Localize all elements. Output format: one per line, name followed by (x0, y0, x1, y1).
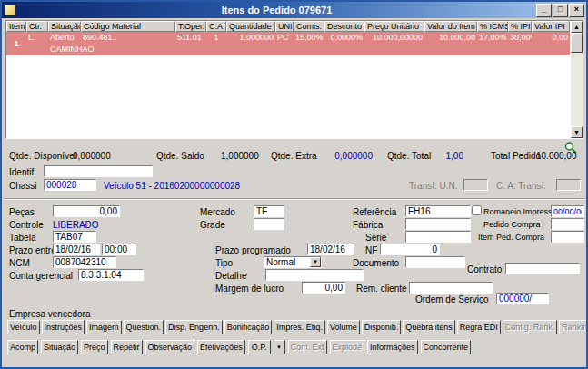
prazo-entrega-time-input[interactable] (102, 244, 136, 255)
tabela-label: Tabela (9, 233, 35, 243)
scroll-down-icon[interactable]: ▼ (571, 126, 583, 138)
column-header-ctr[interactable]: Ctr. (26, 21, 48, 32)
column-header-quantidade[interactable]: Quantidade (226, 21, 275, 32)
minimize-button[interactable]: _ (536, 4, 552, 17)
contrato-input[interactable] (505, 263, 580, 274)
prazo-entrega-date-input[interactable] (53, 244, 100, 255)
acomp-button[interactable]: Acomp (7, 340, 38, 354)
maximize-button[interactable]: □ (553, 4, 568, 17)
section-divider (4, 198, 584, 200)
regra-edi-button[interactable]: Regra EDI (457, 320, 501, 334)
repetir-button[interactable]: Repetir (111, 340, 143, 354)
margem-lucro-input[interactable] (302, 282, 345, 294)
ordem-servico-input[interactable] (496, 293, 549, 304)
romaneio-impresso-checkbox[interactable] (472, 205, 482, 215)
disponib-button[interactable]: Disponib. (362, 320, 402, 334)
column-header-situacao[interactable]: Situação (48, 21, 81, 32)
romaneio-impresso-label: Romaneio Impresso (483, 207, 557, 216)
window: Itens do Pedido 079671 _ □ × Item Ctr. S… (0, 0, 588, 369)
scroll-up-icon[interactable]: ▲ (571, 21, 583, 33)
qtde-extra-label: Qtde. Extra (271, 151, 317, 161)
qtde-saldo-label: Qtde. Saldo (156, 151, 204, 161)
informacoes-button[interactable]: Informações (367, 340, 418, 354)
disp-engenh-button[interactable]: Disp. Engenh. (165, 320, 223, 334)
grade-input[interactable] (254, 218, 284, 230)
veiculo-button[interactable]: Veículo (7, 320, 40, 334)
qtde-extra-value: 0,000000 (327, 151, 373, 161)
chassi-info-text: Veículo 51 - 20160200000000028 (104, 181, 240, 191)
prazo-programado-input[interactable] (307, 244, 354, 255)
cell-descricao: CAMINHAO (48, 44, 230, 55)
column-header-item[interactable]: Item (6, 21, 26, 32)
column-header-ipi[interactable]: % IPI (508, 21, 532, 32)
close-button[interactable]: × (569, 4, 584, 17)
empresa-vencedora-label: Empresa vencedora (9, 309, 91, 319)
item-ped-compra-label: Item Ped. Compra (478, 233, 544, 242)
margem-lucro-label: Margem de lucro (215, 284, 284, 294)
observacao-button[interactable]: Observação (145, 340, 195, 354)
cell-icms: 17,00% (477, 32, 508, 44)
column-header-valor-ipi[interactable]: Valor IPI (532, 21, 570, 32)
selected-item-row[interactable]: 1 L. Aberto 890.481.. 511.01 1 1,000000 … (6, 32, 570, 55)
ca-transf-label: C. A. Transf. (496, 181, 546, 191)
fabrica-input[interactable] (405, 218, 471, 230)
cell-t-oper: 511.01 (175, 32, 206, 44)
bonificacao-button[interactable]: Bonificação (224, 320, 273, 334)
tabela-input[interactable] (53, 231, 96, 243)
identif-input[interactable] (44, 165, 153, 177)
preco-button[interactable]: Preço (81, 340, 108, 354)
column-header-ca[interactable]: C.A. (206, 21, 226, 32)
rem-cliente-input[interactable] (409, 282, 493, 294)
efetivacoes-button[interactable]: Efetivações (197, 340, 245, 354)
column-header-t-oper[interactable]: T.Oper. (175, 21, 206, 32)
op-button[interactable]: O.P. (248, 340, 271, 354)
mercado-input[interactable] (254, 205, 284, 217)
quebra-itens-button[interactable]: Quebra itens (403, 320, 455, 334)
romaneio-impresso-date-input[interactable] (551, 205, 584, 217)
title-bar[interactable]: Itens do Pedido 079671 _ □ × (2, 2, 586, 18)
nf-input[interactable] (380, 244, 440, 255)
grid-vertical-scrollbar[interactable]: ▲ ▼ (571, 21, 583, 138)
op-dropdown-arrow-icon[interactable]: ▼ (274, 340, 285, 354)
item-ped-compra-input[interactable] (551, 231, 584, 243)
explode-button: Explode (330, 340, 365, 354)
chassi-label: Chassi (9, 181, 37, 191)
concorrente-button[interactable]: Concorrente (421, 340, 472, 354)
chassi-input[interactable] (44, 179, 96, 191)
column-header-uni[interactable]: UNI (275, 21, 294, 32)
instrucoes-button[interactable]: Instruções (42, 320, 85, 334)
dropdown-arrow-icon[interactable]: ▼ (310, 257, 321, 267)
total-pedido-label: Total Pedido (491, 151, 541, 161)
imagem-button[interactable]: Imagem (86, 320, 122, 334)
situacao-button[interactable]: Situação (41, 340, 78, 354)
ordem-servico-label: Ordem de Serviço (415, 294, 489, 304)
transf-un-input (463, 179, 488, 191)
pedido-compra-input[interactable] (551, 218, 584, 230)
column-header-desconto[interactable]: Desconto (324, 21, 364, 32)
qtde-saldo-value: 1,000000 (221, 151, 259, 161)
referencia-input[interactable] (405, 205, 471, 217)
tipo-select[interactable]: Normal ▼ (264, 256, 322, 268)
impres-etiq-button[interactable]: Impres. Etiq. (274, 320, 325, 334)
detalhe-label: Detalhe (215, 271, 246, 281)
cell-item: 1 (6, 32, 26, 55)
detalhe-input[interactable] (265, 269, 364, 281)
column-header-codigo-material[interactable]: Código Material (81, 21, 175, 32)
window-title: Itens do Pedido 079671 (18, 5, 535, 15)
question-button[interactable]: Question. (124, 320, 164, 334)
rem-cliente-label: Rem. cliente (356, 284, 407, 294)
column-header-valor-do-item[interactable]: Valor do Item (424, 21, 477, 32)
scrollbar-thumb[interactable] (571, 33, 583, 53)
transf-un-label: Transf. U.N. (409, 181, 458, 191)
ncm-input[interactable] (53, 256, 116, 268)
volume-button[interactable]: Volume (327, 320, 360, 334)
cell-ctr: L. (26, 32, 48, 44)
serie-input[interactable] (405, 231, 471, 243)
column-header-comis[interactable]: Comis. (294, 21, 324, 32)
column-header-icms[interactable]: % ICMS (477, 21, 508, 32)
column-header-preco-unitario[interactable]: Preço Unitário (364, 21, 424, 32)
documento-input[interactable] (405, 256, 465, 268)
conta-gerencial-input[interactable] (78, 269, 144, 281)
pecas-input[interactable] (53, 205, 120, 217)
serie-label: Série (365, 233, 386, 243)
